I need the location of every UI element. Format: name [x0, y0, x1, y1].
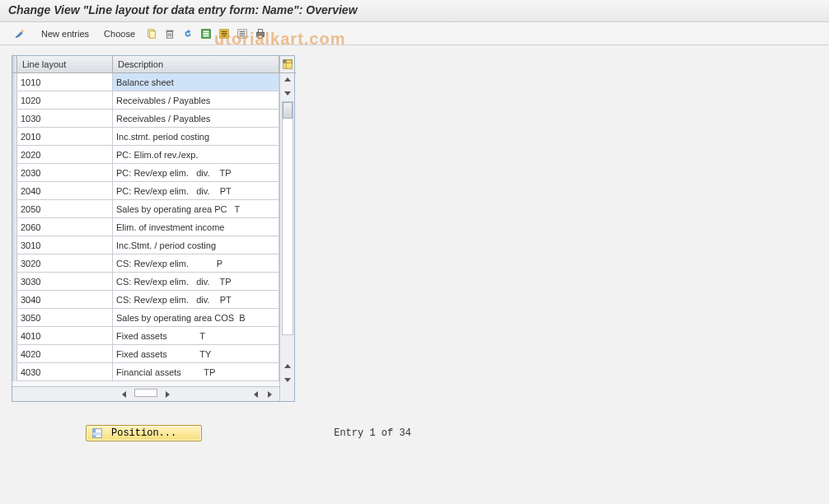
- table-row[interactable]: Fixed assets T: [12, 327, 279, 345]
- svg-rect-2: [149, 30, 155, 38]
- toggle-display-button[interactable]: [8, 26, 31, 42]
- cell-line-layout[interactable]: [17, 309, 113, 327]
- line-layout-input[interactable]: [21, 96, 109, 105]
- table-row[interactable]: Balance sheet: [12, 73, 279, 91]
- line-layout-input[interactable]: [21, 222, 109, 232]
- cell-description[interactable]: Receivables / Payables: [113, 91, 279, 110]
- cell-line-layout[interactable]: [17, 182, 113, 200]
- cell-description[interactable]: Balance sheet: [113, 73, 279, 91]
- cell-description[interactable]: Inc.Stmt. / period costing: [113, 236, 279, 254]
- cell-line-layout[interactable]: [17, 327, 113, 345]
- table-row[interactable]: Fixed assets TY: [12, 345, 279, 363]
- scroll-up-bottom-icon[interactable]: [280, 360, 294, 373]
- line-layout-input[interactable]: [21, 295, 109, 305]
- print-icon[interactable]: [254, 27, 267, 40]
- cell-description[interactable]: Sales by operating area COS B: [113, 309, 279, 327]
- cell-line-layout[interactable]: [17, 236, 113, 254]
- cell-line-layout[interactable]: [17, 146, 113, 164]
- cell-description[interactable]: Elim. of investment income: [113, 218, 279, 236]
- cell-line-layout[interactable]: [17, 164, 113, 182]
- line-layout-input[interactable]: [21, 186, 109, 196]
- scroll-up-icon[interactable]: [280, 73, 294, 86]
- copy-icon[interactable]: [145, 27, 158, 40]
- cell-description[interactable]: PC: Rev/exp elim. div. PT: [113, 182, 279, 200]
- cell-line-layout[interactable]: [17, 91, 113, 110]
- choose-button[interactable]: Choose: [99, 27, 140, 40]
- table-row[interactable]: Sales by operating area PC T: [12, 200, 279, 218]
- line-layout-input[interactable]: [21, 114, 109, 124]
- line-layout-input[interactable]: [21, 132, 109, 142]
- cell-line-layout[interactable]: [17, 345, 113, 363]
- cell-description[interactable]: Financial assets TP: [113, 363, 279, 381]
- select-block-icon[interactable]: [218, 27, 231, 40]
- svg-rect-29: [93, 432, 102, 436]
- table-row[interactable]: CS: Rev/exp elim. P: [12, 254, 279, 273]
- line-layout-input[interactable]: [21, 367, 109, 377]
- line-layout-input[interactable]: [21, 331, 109, 341]
- line-layout-input[interactable]: [21, 240, 109, 250]
- scroll-left-icon[interactable]: [118, 389, 131, 400]
- cell-description[interactable]: PC: Rev/exp elim. div. TP: [113, 164, 279, 182]
- line-layout-input[interactable]: [21, 259, 109, 268]
- cell-line-layout[interactable]: [17, 128, 113, 146]
- table-row[interactable]: Inc.stmt. period costing: [12, 128, 279, 146]
- cell-line-layout[interactable]: [17, 273, 113, 291]
- vscroll-thumb[interactable]: [283, 102, 293, 119]
- cell-line-layout[interactable]: [17, 200, 113, 218]
- table-row[interactable]: Financial assets TP: [12, 363, 279, 381]
- cell-description[interactable]: Receivables / Payables: [113, 110, 279, 128]
- svg-rect-16: [238, 29, 247, 38]
- table-row[interactable]: PC: Rev/exp elim. div. TP: [12, 164, 279, 182]
- column-header-line-layout[interactable]: Line layout: [17, 56, 113, 72]
- scroll-down-icon[interactable]: [280, 86, 294, 100]
- scroll-right-icon[interactable]: [161, 389, 174, 400]
- cell-line-layout[interactable]: [17, 218, 113, 236]
- cell-line-layout[interactable]: [17, 254, 113, 273]
- hscroll-track[interactable]: [134, 389, 157, 397]
- line-layout-input[interactable]: [21, 77, 109, 87]
- line-layout-input[interactable]: [21, 313, 109, 323]
- select-all-icon[interactable]: [199, 27, 213, 40]
- scroll-left-end-icon[interactable]: [250, 389, 263, 400]
- cell-description[interactable]: Fixed assets T: [113, 327, 279, 345]
- table-row[interactable]: Elim. of investment income: [12, 218, 279, 236]
- cell-description[interactable]: CS: Rev/exp elim. div. TP: [113, 273, 279, 291]
- cell-description[interactable]: CS: Rev/exp elim. div. PT: [113, 291, 279, 309]
- cell-description[interactable]: Inc.stmt. period costing: [113, 128, 279, 146]
- undo-icon[interactable]: [181, 27, 194, 40]
- vscroll-track[interactable]: [282, 101, 293, 335]
- line-layout-input[interactable]: [21, 168, 109, 178]
- table-row[interactable]: PC: Elim.of rev./exp.: [12, 146, 279, 164]
- line-layout-input[interactable]: [21, 277, 109, 287]
- svg-point-0: [21, 30, 24, 32]
- table-settings-icon[interactable]: [279, 56, 296, 73]
- deselect-all-icon[interactable]: [236, 27, 249, 40]
- line-layout-input[interactable]: [21, 150, 109, 160]
- delete-icon[interactable]: [163, 27, 176, 40]
- table-row[interactable]: Inc.Stmt. / period costing: [12, 236, 279, 254]
- table-row[interactable]: CS: Rev/exp elim. div. TP: [12, 273, 279, 291]
- cell-line-layout[interactable]: [17, 110, 113, 128]
- cell-description[interactable]: CS: Rev/exp elim. P: [113, 254, 279, 273]
- svg-rect-20: [257, 32, 265, 36]
- table-row[interactable]: Receivables / Payables: [12, 110, 279, 128]
- scroll-down-bottom-icon[interactable]: [280, 373, 294, 386]
- table-row[interactable]: PC: Rev/exp elim. div. PT: [12, 182, 279, 200]
- new-entries-button[interactable]: New entries: [36, 27, 94, 40]
- svg-rect-24: [283, 60, 286, 63]
- table-row[interactable]: CS: Rev/exp elim. div. PT: [12, 291, 279, 309]
- svg-rect-1: [148, 29, 154, 36]
- line-layout-input[interactable]: [21, 204, 109, 214]
- table-row[interactable]: Receivables / Payables: [12, 91, 279, 110]
- column-header-description[interactable]: Description: [113, 56, 279, 72]
- table-row[interactable]: Sales by operating area COS B: [12, 309, 279, 327]
- cell-description[interactable]: PC: Elim.of rev./exp.: [113, 146, 279, 164]
- cell-line-layout[interactable]: [17, 73, 113, 91]
- position-button[interactable]: Position...: [86, 425, 202, 441]
- scroll-right-end-icon[interactable]: [263, 389, 276, 400]
- line-layout-input[interactable]: [21, 349, 109, 359]
- cell-line-layout[interactable]: [17, 291, 113, 309]
- cell-description[interactable]: Fixed assets TY: [113, 345, 279, 363]
- cell-description[interactable]: Sales by operating area PC T: [113, 200, 279, 218]
- cell-line-layout[interactable]: [17, 363, 113, 381]
